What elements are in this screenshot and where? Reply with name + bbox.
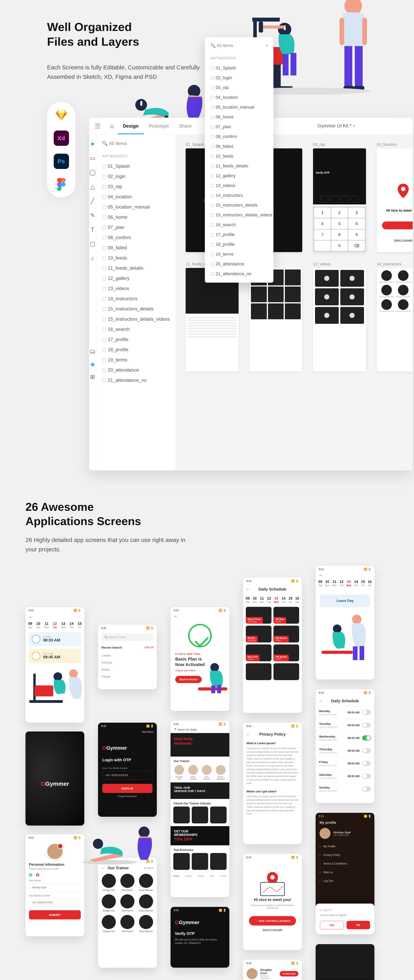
layer-item[interactable]: 10_feeds — [102, 253, 170, 263]
manual-link[interactable]: Select it manually — [243, 928, 302, 931]
layer-item[interactable]: 20_attendance — [210, 259, 268, 269]
profile-item[interactable]: Terms & Conditions — [315, 859, 374, 868]
toggle[interactable] — [362, 761, 371, 766]
toggle[interactable] — [362, 723, 371, 728]
workout-card[interactable]: Bench Press100 Reps — [246, 607, 271, 624]
layer-item[interactable]: 10_feeds — [210, 151, 268, 161]
layer-item[interactable]: 14_instructors — [210, 191, 268, 200]
layer-item[interactable]: 06_home — [102, 212, 170, 222]
logout-yes[interactable]: Yes — [320, 921, 344, 929]
layer-item[interactable]: 16_search — [210, 220, 268, 230]
layer-item[interactable]: 15_instructors_details_videos — [210, 210, 268, 220]
layer-item[interactable]: 21_attendance_no — [102, 375, 170, 385]
artboard-frame[interactable]: Verify OTP 1234567890⌫ — [313, 148, 366, 252]
layer-item[interactable]: 18_profile — [102, 345, 170, 355]
tab-item[interactable]: Home — [174, 875, 179, 877]
library-icon[interactable]: 🗂 — [89, 348, 96, 355]
pen-tool-icon[interactable]: ✎ — [90, 212, 95, 219]
layer-item[interactable]: 11_feeds_details — [210, 161, 268, 171]
hamburger-icon[interactable]: ☰ — [89, 122, 106, 130]
skip-link[interactable]: Skip Now ▸ — [142, 730, 154, 733]
layer-item[interactable]: 17_profile — [102, 334, 170, 345]
tab-prototype[interactable]: Prototype — [144, 123, 174, 129]
layer-item[interactable]: 04_location — [102, 192, 170, 202]
mobile-field[interactable]: +91 7838XXXXXX — [29, 898, 81, 907]
layer-item[interactable]: 06_home — [210, 112, 268, 122]
layer-item[interactable]: 12_gallery — [102, 273, 170, 283]
layer-item[interactable]: 11_feeds_details — [102, 263, 170, 273]
layer-item[interactable]: 16_search — [102, 324, 170, 334]
layer-item[interactable]: 09_failed — [102, 243, 170, 253]
toggle[interactable] — [362, 735, 371, 740]
layer-item[interactable]: 15_instructors_details — [210, 200, 268, 210]
submit-button[interactable]: SUBMIT — [29, 910, 81, 920]
ellipse-tool-icon[interactable]: ◯ — [89, 169, 96, 176]
plugin-icon[interactable]: ⊞ — [90, 373, 95, 380]
artboard-tool-icon[interactable]: ▢ — [90, 240, 95, 247]
layer-item[interactable]: 21_attendance_no — [210, 269, 268, 279]
forgot-link[interactable]: Forgot Password? — [102, 795, 153, 798]
profile-item[interactable]: Privacy Policy — [315, 851, 374, 859]
layers-search[interactable]: All Items — [102, 139, 170, 151]
phone-input[interactable]: +91 783XXXXXXX — [102, 771, 153, 780]
layer-item[interactable]: 09_failed — [210, 142, 268, 151]
layer-item[interactable]: 14_instructors — [102, 294, 170, 304]
signin-button[interactable]: SIGN IN — [102, 784, 153, 793]
layer-item[interactable]: 19_terms — [102, 355, 170, 365]
layer-item[interactable]: 15_instructors_details — [102, 304, 170, 314]
layer-item[interactable]: 18_profile — [210, 240, 268, 249]
layer-item[interactable]: 07_plan — [102, 222, 170, 232]
layer-item[interactable]: 19_terms — [210, 249, 268, 259]
layer-item[interactable]: 07_plan — [210, 122, 268, 132]
workout-card[interactable]: 100 Dips10:00 — [274, 607, 299, 624]
layer-item[interactable]: 01_Splash — [210, 63, 268, 73]
zoom-tool-icon[interactable]: ⌕ — [91, 255, 94, 261]
layer-item[interactable]: 03_otp — [102, 181, 170, 192]
popout-search[interactable]: All Items — [210, 41, 268, 52]
layer-item[interactable]: 12_gallery — [210, 171, 268, 181]
doc-title[interactable]: Gymmer UI Kit * — [318, 123, 355, 129]
workout-card[interactable]: 100 Squats12:00 — [274, 644, 299, 661]
layer-item[interactable]: 08_confirm — [102, 232, 170, 243]
layers-icon[interactable]: ◈ — [90, 361, 95, 368]
artboard-frame[interactable]: Hi nice to meet you! Select it manually — [377, 148, 412, 252]
workout-card[interactable]: Sit Ups10 Reps — [246, 626, 271, 643]
line-tool-icon[interactable]: ╱ — [91, 197, 94, 204]
layer-item[interactable]: 01_Splash — [102, 161, 170, 171]
tab-design[interactable]: Design — [118, 123, 144, 129]
search-input[interactable]: 🔍 Search Trainer — [101, 633, 154, 641]
toggle[interactable] — [362, 710, 371, 715]
artboard-frame[interactable] — [377, 268, 412, 372]
layer-item[interactable]: 02_login — [102, 171, 170, 181]
contact-button[interactable]: Contact Now — [280, 971, 298, 977]
artboard-frame[interactable] — [186, 268, 239, 372]
workout-card[interactable]: Run 3 km15:00 — [246, 644, 271, 661]
move-tool-icon[interactable]: ➤ — [90, 140, 95, 147]
toggle[interactable] — [362, 773, 371, 779]
layer-item[interactable]: 13_videos — [102, 283, 170, 294]
toggle[interactable] — [362, 748, 371, 753]
polygon-tool-icon[interactable]: △ — [90, 183, 95, 190]
tab-item[interactable]: Blogs — [198, 875, 204, 877]
hero-banner[interactable]: total body workouts — [170, 733, 229, 757]
layer-item[interactable]: 20_attendance — [102, 365, 170, 375]
use-location-button[interactable]: 📍 Use Current Location — [249, 916, 296, 926]
avatar[interactable] — [46, 843, 63, 860]
clear-all[interactable]: Clear all — [144, 646, 153, 649]
layer-item[interactable]: 13_videos — [210, 181, 268, 191]
profile-item[interactable]: My Profile — [315, 842, 374, 851]
rect-tool-icon[interactable]: ▭ — [90, 154, 95, 162]
profile-item[interactable]: Rate us — [315, 868, 374, 877]
workout-card[interactable]: 100 Squats12:00 — [274, 626, 299, 643]
tab-item[interactable]: Feed — [209, 875, 214, 877]
text-tool-icon[interactable]: T — [91, 226, 94, 233]
layer-item[interactable]: 03_otp — [210, 83, 268, 92]
artboard-frame[interactable] — [249, 268, 302, 372]
layer-item[interactable]: 05_location_manual — [102, 202, 170, 212]
layer-item[interactable]: 17_profile — [210, 230, 268, 240]
layer-item[interactable]: 05_location_manual — [210, 102, 268, 112]
profile-item[interactable]: Log Out — [315, 877, 374, 885]
tab-item[interactable]: Gallery — [185, 875, 192, 877]
tab-item[interactable]: Profile — [220, 875, 226, 877]
home-icon[interactable]: ⌂ — [106, 123, 118, 129]
